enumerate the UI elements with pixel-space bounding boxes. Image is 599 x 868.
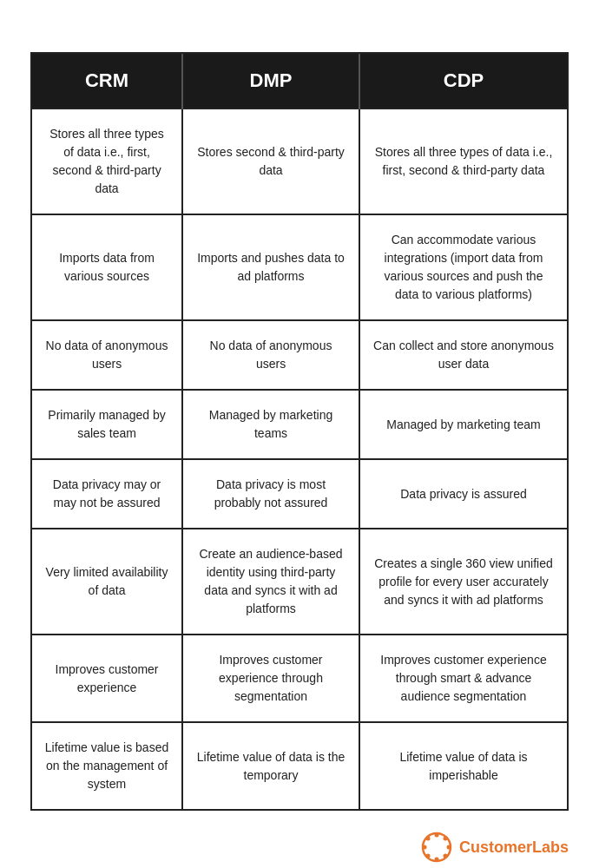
comparison-table: CRM DMP CDP Stores all three types of da… — [32, 54, 567, 809]
cell-cdp-4: Data privacy is assured — [359, 459, 567, 529]
table-row: Improves customer experienceImproves cus… — [32, 635, 567, 722]
svg-point-3 — [422, 845, 426, 850]
cell-dmp-3: Managed by marketing teams — [182, 390, 359, 459]
cell-cdp-1: Can accommodate various integrations (im… — [359, 214, 567, 320]
table-row: No data of anonymous usersNo data of ano… — [32, 320, 567, 390]
table-row: Stores all three types of data i.e., fir… — [32, 108, 567, 214]
page: CRM DMP CDP Stores all three types of da… — [0, 0, 599, 868]
table-row: Data privacy may or may not be assuredDa… — [32, 459, 567, 529]
header-dmp: DMP — [182, 54, 359, 108]
cell-dmp-0: Stores second & third-party data — [182, 108, 359, 214]
cell-crm-1: Imports data from various sources — [32, 214, 182, 320]
cell-dmp-5: Create an audience-based identity using … — [182, 529, 359, 635]
cell-dmp-1: Imports and pushes data to ad platforms — [182, 214, 359, 320]
header-cdp: CDP — [359, 54, 567, 108]
cell-crm-5: Very limited availability of data — [32, 529, 182, 635]
cell-dmp-7: Lifetime value of data is the temporary — [182, 722, 359, 809]
svg-point-1 — [434, 833, 438, 838]
svg-point-2 — [434, 858, 438, 862]
cell-cdp-3: Managed by marketing team — [359, 390, 567, 459]
svg-point-5 — [425, 837, 430, 841]
cell-cdp-0: Stores all three types of data i.e., fir… — [359, 108, 567, 214]
cell-dmp-6: Improves customer experience through seg… — [182, 635, 359, 722]
cell-crm-2: No data of anonymous users — [32, 320, 182, 390]
table-row: Primarily managed by sales teamManaged b… — [32, 390, 567, 459]
cell-dmp-4: Data privacy is most probably not assure… — [182, 459, 359, 529]
cell-cdp-6: Improves customer experience through sma… — [359, 635, 567, 722]
brand-logo: CustomerLabs — [421, 832, 569, 863]
cell-crm-7: Lifetime value is based on the managemen… — [32, 722, 182, 809]
svg-point-7 — [425, 854, 430, 858]
svg-point-4 — [446, 845, 451, 850]
header-crm: CRM — [32, 54, 182, 108]
svg-point-6 — [443, 837, 447, 841]
cell-crm-6: Improves customer experience — [32, 635, 182, 722]
customerlabs-icon — [421, 832, 452, 863]
cell-crm-3: Primarily managed by sales team — [32, 390, 182, 459]
table-row: Lifetime value is based on the managemen… — [32, 722, 567, 809]
cell-cdp-5: Creates a single 360 view unified profil… — [359, 529, 567, 635]
cell-dmp-2: No data of anonymous users — [182, 320, 359, 390]
footer: CustomerLabs — [30, 832, 569, 863]
header-row: CRM DMP CDP — [32, 54, 567, 108]
table-row: Imports data from various sourcesImports… — [32, 214, 567, 320]
svg-point-8 — [443, 854, 447, 858]
comparison-table-wrapper: CRM DMP CDP Stores all three types of da… — [30, 52, 569, 811]
cell-cdp-7: Lifetime value of data is imperishable — [359, 722, 567, 809]
table-row: Very limited availability of dataCreate … — [32, 529, 567, 635]
cell-crm-4: Data privacy may or may not be assured — [32, 459, 182, 529]
brand-name: CustomerLabs — [459, 838, 569, 857]
cell-cdp-2: Can collect and store anonymous user dat… — [359, 320, 567, 390]
brand-rest: Labs — [532, 838, 569, 856]
cell-crm-0: Stores all three types of data i.e., fir… — [32, 108, 182, 214]
brand-highlight: Customer — [459, 838, 532, 856]
